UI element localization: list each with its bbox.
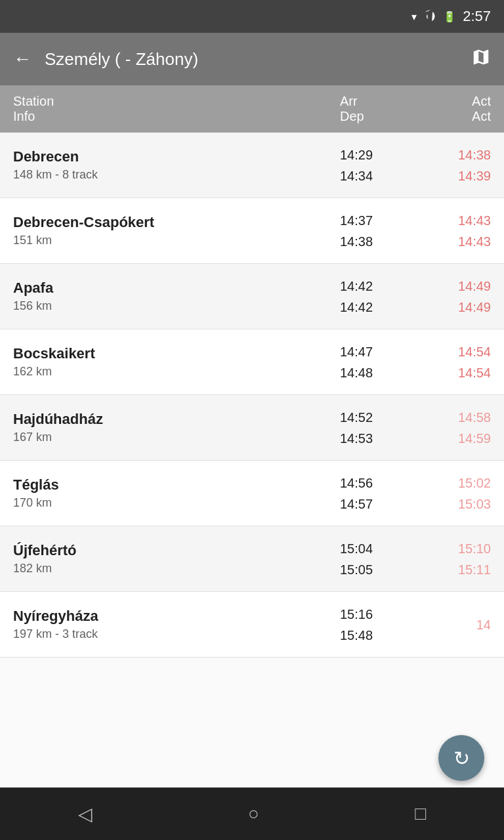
dep-time: 15:05	[340, 559, 373, 580]
signal-blocked-icon	[423, 9, 436, 24]
station-detail: 167 km	[13, 430, 340, 444]
status-icons: ▾ 🔋 2:57	[411, 8, 491, 25]
station-list: Debrecen 148 km - 8 track 14:29 14:34 14…	[0, 133, 504, 788]
station-info: Apafa 156 km	[13, 280, 340, 313]
actual-times: 15:10 15:11	[419, 538, 491, 580]
dep-time: 15:48	[340, 625, 373, 646]
act-dep-label: Act	[472, 109, 491, 124]
station-detail: 156 km	[13, 299, 340, 313]
app-bar-left: ← Személy ( - Záhony)	[13, 49, 198, 70]
table-row[interactable]: Debrecen-Csapókert 151 km 14:37 14:38 14…	[0, 198, 504, 264]
scheduled-times: 14:37 14:38	[340, 210, 419, 252]
act-arr-time: 15:10	[458, 538, 491, 559]
act-dep-time: 14:54	[458, 362, 491, 383]
info-label: Info	[13, 109, 340, 124]
table-row[interactable]: Debrecen 148 km - 8 track 14:29 14:34 14…	[0, 133, 504, 198]
station-column-header: Station Info	[13, 94, 340, 124]
arr-time: 15:16	[340, 604, 373, 625]
arr-time: 14:56	[340, 472, 373, 494]
actual-times: 14:38 14:39	[419, 144, 491, 186]
home-nav-button[interactable]: ○	[248, 803, 259, 824]
actual-times: 14:43 14:43	[419, 210, 491, 252]
station-info: Nyíregyháza 197 km - 3 track	[13, 608, 340, 641]
arr-time: 14:29	[340, 144, 373, 165]
station-name: Debrecen-Csapókert	[13, 214, 340, 231]
status-bar: ▾ 🔋 2:57	[0, 0, 504, 33]
wifi-icon: ▾	[411, 10, 417, 23]
act-dep-time: 14:49	[458, 297, 491, 318]
arr-time: 15:04	[340, 538, 373, 559]
scheduled-times: 15:04 15:05	[340, 538, 419, 580]
dep-time: 14:34	[340, 165, 373, 186]
actual-times: 15:02 15:03	[419, 472, 491, 514]
station-info: Téglás 170 km	[13, 476, 340, 510]
station-name: Hajdúhadház	[13, 411, 340, 428]
scheduled-times: 14:56 14:57	[340, 472, 419, 514]
table-row[interactable]: Nyíregyháza 197 km - 3 track 15:16 15:48…	[0, 592, 504, 658]
station-name: Téglás	[13, 476, 340, 494]
arr-time: 14:42	[340, 276, 373, 297]
station-detail: 148 km - 8 track	[13, 168, 340, 182]
map-icon[interactable]	[471, 47, 491, 72]
status-time: 2:57	[463, 8, 491, 25]
act-arr-time: 14:38	[458, 144, 491, 165]
station-detail: 162 km	[13, 365, 340, 379]
dep-time: 14:48	[340, 362, 373, 383]
refresh-icon: ↻	[453, 747, 470, 770]
arr-time: 14:37	[340, 210, 373, 231]
station-detail: 151 km	[13, 234, 340, 247]
station-detail: 170 km	[13, 496, 340, 510]
fab-container: ↻	[438, 735, 484, 781]
station-name: Nyíregyháza	[13, 608, 340, 625]
actual-times: 14:49 14:49	[419, 276, 491, 318]
scheduled-times: 15:16 15:48	[340, 604, 419, 646]
act-arr-time: 14:49	[458, 276, 491, 297]
back-nav-button[interactable]: ◁	[78, 803, 93, 825]
page-title: Személy ( - Záhony)	[45, 49, 198, 70]
station-info: Debrecen-Csapókert 151 km	[13, 214, 340, 247]
station-detail: 197 km - 3 track	[13, 627, 340, 641]
app-bar: ← Személy ( - Záhony)	[0, 33, 504, 85]
station-info: Bocskaikert 162 km	[13, 345, 340, 379]
station-name: Apafa	[13, 280, 340, 297]
arr-time: 14:47	[340, 341, 373, 362]
dep-time: 14:38	[340, 231, 373, 252]
station-info: Újfehértó 182 km	[13, 542, 340, 576]
station-label: Station	[13, 94, 340, 109]
actual-times: 14	[419, 614, 491, 635]
station-info: Debrecen 148 km - 8 track	[13, 148, 340, 182]
act-arr-label: Act	[472, 94, 491, 109]
scheduled-times: 14:52 14:53	[340, 407, 419, 449]
dep-label: Dep	[340, 109, 364, 124]
battery-icon: 🔋	[443, 10, 456, 23]
actual-times: 14:58 14:59	[419, 407, 491, 449]
dep-time: 14:42	[340, 297, 373, 318]
recent-nav-button[interactable]: □	[415, 803, 426, 824]
table-row[interactable]: Bocskaikert 162 km 14:47 14:48 14:54 14:…	[0, 329, 504, 395]
station-name: Bocskaikert	[13, 345, 340, 362]
column-header: Station Info Arr Dep Act Act	[0, 85, 504, 133]
table-row[interactable]: Újfehértó 182 km 15:04 15:05 15:10 15:11	[0, 526, 504, 592]
refresh-button[interactable]: ↻	[438, 735, 484, 781]
scheduled-times: 14:29 14:34	[340, 144, 419, 186]
act-dep-time: 14:43	[458, 231, 491, 252]
back-button[interactable]: ←	[13, 49, 32, 70]
act-arr-time: 14:58	[458, 407, 491, 428]
table-row[interactable]: Téglás 170 km 14:56 14:57 15:02 15:03	[0, 461, 504, 526]
bottom-nav: ◁ ○ □	[0, 788, 504, 840]
station-name: Debrecen	[13, 148, 340, 165]
station-info: Hajdúhadház 167 km	[13, 411, 340, 444]
arr-dep-column-header: Arr Dep	[340, 94, 419, 124]
arr-time: 14:52	[340, 407, 373, 428]
dep-time: 14:57	[340, 494, 373, 514]
table-row[interactable]: Hajdúhadház 167 km 14:52 14:53 14:58 14:…	[0, 395, 504, 461]
scheduled-times: 14:42 14:42	[340, 276, 419, 318]
arr-label: Arr	[340, 94, 358, 109]
station-name: Újfehértó	[13, 542, 340, 559]
act-dep-time: 14	[476, 614, 491, 635]
station-detail: 182 km	[13, 562, 340, 576]
table-row[interactable]: Apafa 156 km 14:42 14:42 14:49 14:49	[0, 264, 504, 329]
act-dep-time: 14:59	[458, 428, 491, 449]
act-arr-time: 15:02	[458, 472, 491, 494]
scheduled-times: 14:47 14:48	[340, 341, 419, 383]
